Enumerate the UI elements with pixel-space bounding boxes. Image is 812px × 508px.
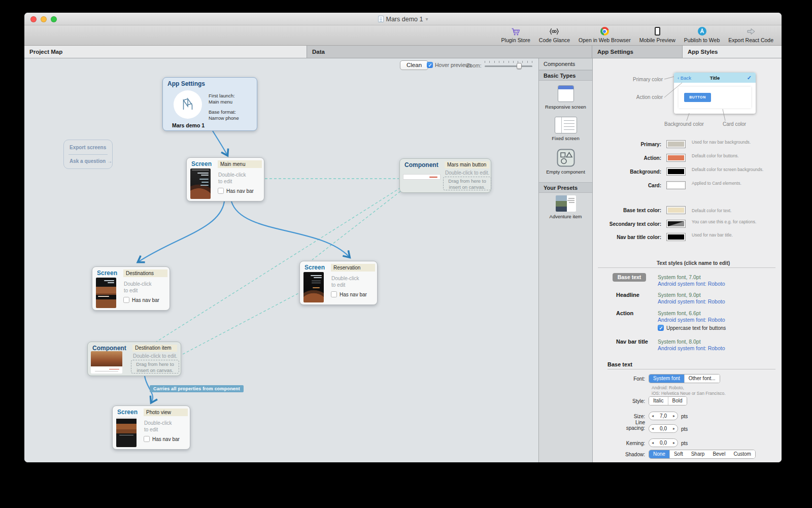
other-font-segment[interactable]: Other font... xyxy=(685,375,720,383)
action-android-font-link[interactable]: Android system font: Roboto xyxy=(658,317,725,323)
has-nav-bar-label: Has nav bar xyxy=(340,292,367,297)
text-style-base-text-selected[interactable]: Base text xyxy=(613,273,646,282)
tab-project-map[interactable]: Project Map xyxy=(24,46,307,58)
double-click-hint: Double-click to edit. xyxy=(133,353,177,359)
plugin-store-button[interactable]: Plugin Store xyxy=(501,26,530,43)
empty-component-icon[interactable] xyxy=(557,149,575,169)
base-text-color-well[interactable] xyxy=(666,206,686,214)
reservation-thumbnail xyxy=(303,272,324,302)
secondary-text-color-well[interactable] xyxy=(666,220,686,228)
component-node-mars-main-button[interactable]: Component Mars main button Double-click … xyxy=(399,158,491,193)
shadow-none-segment[interactable]: None xyxy=(649,450,670,458)
zoom-slider[interactable] xyxy=(485,61,532,69)
drag-source-box[interactable]: Drag from here toinsert on canvas. xyxy=(131,360,179,374)
has-nav-bar-checkbox[interactable] xyxy=(331,291,337,297)
component-title-field[interactable]: Mars main button xyxy=(445,161,489,168)
kerning-decrement-icon[interactable]: ◂ xyxy=(649,441,656,445)
uppercase-buttons-checkbox[interactable] xyxy=(658,325,664,331)
export-react-code-button[interactable]: Export React Code xyxy=(728,26,773,43)
title-chevron-icon[interactable]: ▾ xyxy=(425,16,428,22)
nav-bar-title-color-label: Nav bar title color: xyxy=(593,234,661,240)
secondary-text-color-row: Secondary text color: You can use this e… xyxy=(593,219,782,230)
card-color-well[interactable] xyxy=(666,181,686,189)
kerning-increment-icon[interactable]: ▸ xyxy=(670,441,678,445)
preview-button: BUTTON xyxy=(684,93,711,102)
text-style-headline[interactable]: Headline xyxy=(616,292,639,298)
size-decrement-icon[interactable]: ◂ xyxy=(649,414,656,418)
base-text-color-row: Base text color: Default color for text. xyxy=(593,206,782,217)
has-nav-bar-checkbox[interactable] xyxy=(123,297,129,303)
screen-node-main-menu[interactable]: Screen Main menu Double-clickto edit Has… xyxy=(186,157,264,201)
shadow-soft-segment[interactable]: Soft xyxy=(670,450,687,458)
component-node-destination-item[interactable]: Component Destination item Double-click … xyxy=(87,342,181,376)
base-text-android-font-link[interactable]: Android system font: Roboto xyxy=(658,281,725,287)
open-in-web-browser-button[interactable]: Open in Web Browser xyxy=(579,26,631,43)
app-settings-node[interactable]: App Settings First launch: Main menu Bas… xyxy=(162,77,257,131)
text-style-action[interactable]: Action xyxy=(616,310,633,316)
clean-button[interactable]: Clean xyxy=(400,60,428,70)
code-glance-icon xyxy=(549,26,560,36)
system-font-segment[interactable]: System font xyxy=(649,375,685,383)
shadow-sharp-segment[interactable]: Sharp xyxy=(687,450,709,458)
text-style-nav-bar-title[interactable]: Nav bar title xyxy=(616,338,648,345)
responsive-screen-icon[interactable] xyxy=(558,85,574,102)
size-increment-icon[interactable]: ▸ xyxy=(670,414,678,418)
tab-data[interactable]: Data xyxy=(307,46,592,58)
your-presets-section-header: Your Presets xyxy=(539,182,592,193)
primary-color-well[interactable] xyxy=(666,140,686,148)
hover-previews-control: Hover previews xyxy=(427,62,471,68)
shadow-bevel-segment[interactable]: Bevel xyxy=(708,450,729,458)
publish-to-web-button[interactable]: Publish to Web xyxy=(684,26,720,43)
tab-app-styles[interactable]: App Styles xyxy=(683,46,782,58)
component-title-field[interactable]: Destination item xyxy=(132,345,177,352)
screen-node-destinations[interactable]: Screen Destinations Double-clickto edit … xyxy=(92,266,170,311)
italic-segment[interactable]: Italic xyxy=(649,397,668,405)
bold-segment[interactable]: Bold xyxy=(668,397,687,405)
preview-back-button: ‹ Back xyxy=(678,75,691,81)
screen-kind-label: Screen xyxy=(117,409,138,416)
export-screens-link[interactable]: Export screens xyxy=(70,145,106,150)
has-nav-bar-control: Has nav bar xyxy=(144,436,180,442)
base-text-editor-header: Base text xyxy=(607,361,632,367)
nav-bar-title-color-well[interactable] xyxy=(666,233,686,241)
line-spacing-increment-icon[interactable]: ▸ xyxy=(670,426,678,431)
mobile-preview-button[interactable]: Mobile Preview xyxy=(639,26,675,43)
action-color-well[interactable] xyxy=(666,154,686,162)
component-kind-label: Component xyxy=(404,161,438,168)
screen-node-reservation[interactable]: Screen Reservation Double-clickto edit H… xyxy=(299,261,378,305)
hover-previews-checkbox[interactable] xyxy=(427,62,433,68)
drag-source-box[interactable]: Drag from here toinsert on canvas. xyxy=(443,177,491,190)
screen-title-field[interactable]: Reservation xyxy=(331,264,375,272)
screen-node-photo-view[interactable]: Screen Photo view Double-clickto edit Ha… xyxy=(112,405,190,450)
card-color-label: Card: xyxy=(593,183,661,188)
headline-android-font-link[interactable]: Android system font: Roboto xyxy=(658,298,725,304)
kerning-stepper[interactable]: ◂ 0,0 ▸ xyxy=(649,438,678,447)
has-nav-bar-label: Has nav bar xyxy=(152,436,180,442)
zoom-slider-thumb[interactable] xyxy=(517,63,522,69)
screen-title-field[interactable]: Main menu xyxy=(218,160,262,168)
double-click-hint: Double-clickto edit xyxy=(144,420,172,433)
adventure-item-icon[interactable] xyxy=(556,195,576,212)
code-glance-button[interactable]: Code Glance xyxy=(539,26,570,43)
desktop: { "titlebar": { "title": "Mars demo 1", … xyxy=(0,0,812,508)
line-spacing-decrement-icon[interactable]: ◂ xyxy=(649,426,656,431)
components-panel-title: Components xyxy=(539,58,592,70)
headline-font-value: System font, 9.0pt xyxy=(658,292,701,298)
background-color-well[interactable] xyxy=(666,167,686,176)
nav-bar-title-android-font-link[interactable]: Android system font: Roboto xyxy=(658,345,725,351)
tab-app-settings[interactable]: App Settings xyxy=(592,46,683,58)
has-nav-bar-checkbox[interactable] xyxy=(218,188,224,194)
plugin-store-icon xyxy=(511,26,521,36)
has-nav-bar-checkbox[interactable] xyxy=(144,436,150,442)
line-spacing-stepper[interactable]: ◂ 0,0 ▸ xyxy=(649,424,678,433)
app-settings-node-title: App Settings xyxy=(167,80,205,87)
ask-a-question-link[interactable]: Ask a question → xyxy=(70,158,112,164)
shadow-custom-segment[interactable]: Custom xyxy=(729,450,755,458)
destination-item-thumbnail xyxy=(91,351,122,374)
project-map-canvas[interactable]: Clean Hover previews Zoom: App Settings xyxy=(24,58,538,462)
screen-title-field[interactable]: Photo view xyxy=(144,409,188,416)
fixed-screen-icon[interactable] xyxy=(555,117,577,133)
nav-bar-title-font-value: System font, 8.0pt xyxy=(658,338,701,345)
screen-title-field[interactable]: Destinations xyxy=(123,269,167,277)
size-stepper[interactable]: ◂ 7,0 ▸ xyxy=(649,412,678,420)
